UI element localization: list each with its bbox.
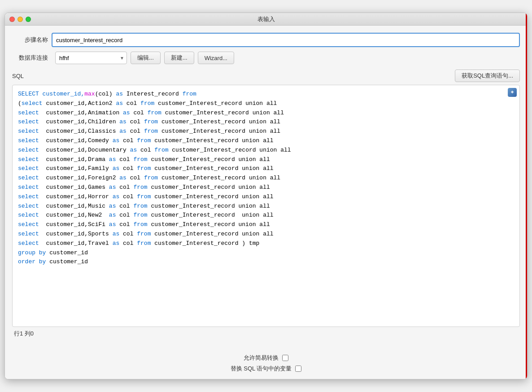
sql-token: customer_id: [46, 258, 88, 265]
db-connection-row: 数据库连接 hfhf ▼ 编辑... 新建... Wizard...: [12, 52, 520, 64]
close-button[interactable]: [9, 17, 15, 22]
sql-line: select customer_id,Horror as col from cu…: [18, 192, 514, 202]
sql-token: as: [119, 118, 126, 125]
sql-token: from: [144, 128, 158, 135]
sql-token: as: [119, 174, 126, 181]
sql-token: from: [148, 109, 161, 116]
sql-line: select customer_id,Children as col from …: [18, 118, 514, 127]
new-button[interactable]: 新建...: [164, 52, 194, 64]
main-window: 表输入 步骤名称 数据库连接 hfhf ▼ 编辑... 新建... Wizard…: [4, 13, 528, 379]
sql-token: customer_Interest_record union all: [158, 128, 280, 135]
sql-token: select: [18, 118, 39, 125]
sql-token: as: [123, 109, 130, 116]
sql-token: group by: [18, 249, 46, 256]
sql-token: as: [113, 165, 120, 172]
sql-token: select: [18, 231, 39, 237]
get-sql-button[interactable]: 获取SQL查询语句...: [455, 70, 520, 82]
sql-token: from: [133, 156, 147, 163]
sql-token: customer_Interest_record union all: [158, 174, 280, 181]
sql-token: from: [137, 137, 151, 144]
sql-token: customer_id: [46, 249, 88, 256]
sql-token: from: [137, 231, 151, 237]
sql-line: SELECT customer_id,max(col) as Interest_…: [18, 90, 514, 99]
sql-line: select customer_id,Games as col from cus…: [18, 183, 514, 192]
sql-token: select: [18, 109, 39, 116]
traffic-lights: [9, 17, 31, 22]
sql-token: as: [119, 128, 126, 135]
allow-lazy-checkbox[interactable]: [282, 355, 288, 361]
replace-sql-label: 替换 SQL 语句中的变量: [231, 365, 292, 373]
sql-token: customer_id,SciFi: [39, 221, 109, 228]
sql-token: (: [18, 100, 22, 107]
sql-token: select: [18, 137, 39, 144]
sql-token: from: [137, 165, 151, 172]
sql-token: from: [183, 91, 196, 97]
window-title: 表输入: [257, 15, 275, 23]
minimize-button[interactable]: [17, 17, 23, 22]
sql-token: customer_id,Drama: [39, 156, 109, 163]
sql-token: col: [116, 184, 133, 191]
sql-token: as: [113, 193, 120, 200]
sql-token: from: [144, 118, 158, 125]
sql-token: customer_Interest_record union all: [148, 203, 270, 209]
sql-token: select: [18, 221, 39, 228]
sql-token: col: [126, 118, 144, 125]
edit-button[interactable]: 编辑...: [131, 52, 161, 64]
replace-sql-checkbox[interactable]: [295, 366, 301, 372]
sql-editor[interactable]: SELECT customer_id,max(col) as Interest_…: [12, 85, 520, 327]
sql-token: from: [140, 100, 154, 107]
sql-token: col: [119, 193, 137, 200]
sql-token: customer_Interest_record union all: [151, 231, 273, 237]
sql-token: col: [126, 174, 144, 181]
sql-token: Interest_record: [123, 91, 183, 97]
sql-token: col: [119, 240, 137, 247]
sql-token: select: [18, 184, 39, 191]
sql-token: customer_id,Comedy: [39, 137, 113, 144]
sql-token: as: [109, 184, 116, 191]
maximize-button[interactable]: [26, 17, 31, 22]
sql-token: max: [84, 91, 95, 97]
sql-token: col: [119, 231, 137, 237]
sql-token: from: [137, 193, 151, 200]
wizard-button[interactable]: Wizard...: [198, 52, 234, 64]
sql-token: customer_Interest_record union all: [148, 221, 270, 228]
sql-line: select customer_id,Classics as col from …: [18, 127, 514, 136]
sql-token: customer_Interest_record union all: [148, 156, 270, 163]
sql-line: select customer_id,Animation as col from…: [18, 109, 514, 118]
sql-token: SELECT customer_id,: [18, 91, 84, 97]
sql-token: customer_id,Sports: [39, 231, 113, 237]
bottom-section: 允许简易转换 替换 SQL 语句中的变量: [5, 348, 527, 379]
sql-label: SQL: [12, 73, 24, 79]
titlebar: 表输入: [5, 13, 527, 26]
sql-token: col: [123, 100, 140, 107]
sql-token: select: [18, 193, 39, 200]
sql-token: as: [109, 212, 116, 218]
db-select[interactable]: hfhf: [55, 52, 127, 64]
status-bar: 行1 列0: [12, 327, 520, 340]
step-name-row: 步骤名称: [12, 33, 520, 47]
sql-token: select: [18, 128, 39, 135]
sql-token: as: [109, 203, 116, 209]
sql-token: customer_id,Family: [39, 165, 113, 172]
sql-token: as: [130, 147, 137, 153]
replace-sql-row: 替换 SQL 语句中的变量: [12, 365, 520, 373]
sql-token: col: [119, 137, 137, 144]
sql-token: select: [18, 174, 39, 181]
sql-token: select: [18, 156, 39, 163]
sql-token: select: [22, 100, 43, 107]
sql-token: select: [18, 165, 39, 172]
sql-token: customer_id,Foreign2: [39, 174, 119, 181]
sql-token: customer_Interest_record union all: [161, 109, 284, 116]
sql-token: customer_Interest_record ) tmp: [151, 240, 259, 247]
db-select-wrapper: hfhf ▼: [55, 52, 127, 64]
sql-token: select: [18, 203, 39, 209]
sql-token: col: [116, 203, 133, 209]
sql-line: (select customer_id,Action2 as col from …: [18, 99, 514, 109]
sql-line: select customer_id,Family as col from cu…: [18, 164, 514, 174]
db-connection-label: 数据库连接: [12, 54, 48, 62]
sql-token: customer_id,New2: [39, 212, 109, 218]
allow-lazy-label: 允许简易转换: [244, 354, 279, 362]
step-name-input[interactable]: [52, 33, 520, 47]
sql-token: col: [116, 156, 133, 163]
sql-token: col: [126, 128, 144, 135]
